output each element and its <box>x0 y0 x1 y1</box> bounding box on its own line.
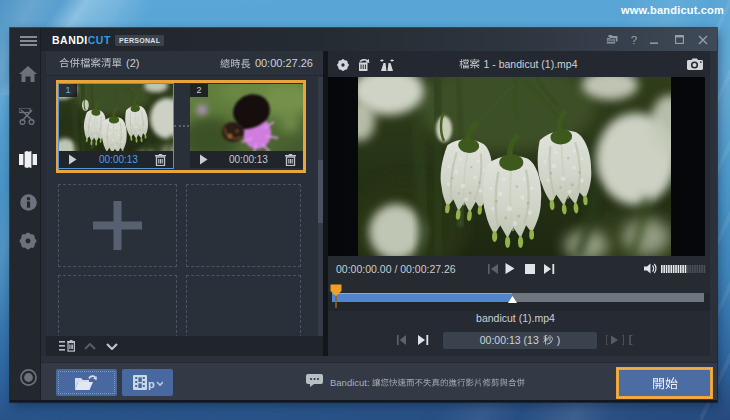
svg-text:p: p <box>148 378 155 390</box>
